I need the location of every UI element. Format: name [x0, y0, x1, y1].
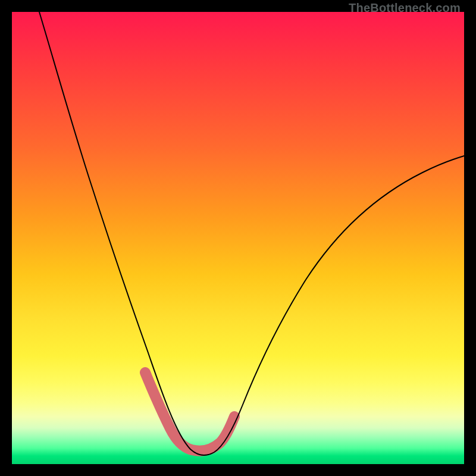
watermark-text: TheBottleneck.com [349, 1, 461, 15]
bottleneck-curve [39, 12, 464, 455]
chart-plot-area [12, 12, 464, 464]
chart-stage: TheBottleneck.com [0, 0, 476, 476]
chart-svg [12, 12, 464, 464]
